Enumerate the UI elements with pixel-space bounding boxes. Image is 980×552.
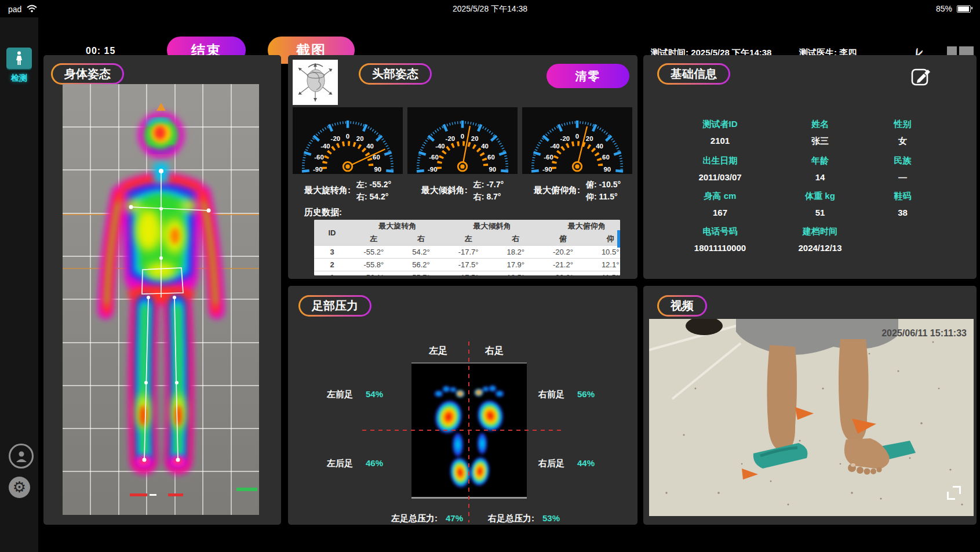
- body-posture-title-badge: 身体姿态: [51, 63, 124, 85]
- battery-icon: [957, 5, 971, 13]
- basic-info-panel: 基础信息 测试者ID 姓名 性别 2101 张三 女 出生日期 年龄 民族 20…: [643, 55, 977, 279]
- history-table-wrap: ID 最大旋转角 最大倾斜角 最大俯仰角 左 右 左 右 俯 仰 3 -55.2…: [314, 220, 620, 275]
- svg-text:0: 0: [461, 133, 464, 140]
- history-table: ID 最大旋转角 最大倾斜角 最大俯仰角 左 右 左 右 俯 仰 3 -55.2…: [314, 220, 620, 275]
- svg-text:40: 40: [366, 143, 374, 150]
- svg-text:0: 0: [575, 133, 579, 140]
- fullscreen-icon[interactable]: [947, 486, 961, 500]
- field-label: 姓名: [774, 111, 866, 130]
- right-forefoot-stat: 右前足56%: [538, 389, 595, 400]
- table-row: 2 -55.8° 56.2° -17.5° 17.9° -21.2° 12.1°: [314, 259, 620, 271]
- svg-text:-90: -90: [313, 166, 322, 173]
- table-scrollbar[interactable]: [617, 230, 620, 248]
- svg-text:40: 40: [481, 143, 489, 150]
- svg-text:-40: -40: [550, 143, 559, 150]
- right-rearfoot-stat: 右后足44%: [538, 458, 595, 469]
- svg-text:-60: -60: [429, 154, 438, 161]
- svg-text:90: 90: [374, 166, 381, 173]
- field-value: 51: [774, 202, 866, 217]
- video-title-badge: 视频: [657, 295, 707, 317]
- foot-pressure-title-badge: 足部压力: [298, 295, 371, 317]
- field-label: 年龄: [774, 147, 866, 166]
- left-rearfoot-stat: 左后足46%: [327, 458, 383, 469]
- foot-pressure-panel: 足部压力 左足 右足: [288, 286, 637, 525]
- svg-text:-60: -60: [544, 154, 553, 161]
- svg-text:20: 20: [356, 135, 364, 142]
- svg-text:20: 20: [586, 135, 593, 142]
- svg-text:-20: -20: [331, 135, 340, 142]
- rotation-gauge: -90 -60 -40 -20 0 20 40 60 90: [293, 107, 403, 174]
- left-total-pressure: 左足总压力:47%: [391, 513, 463, 524]
- field-label: 身高 cm: [666, 183, 774, 202]
- head-posture-title: 头部姿态: [360, 65, 430, 83]
- basic-info-title: 基础信息: [659, 65, 728, 83]
- body-thermal-scan: [63, 84, 259, 515]
- svg-text:-20: -20: [560, 135, 570, 142]
- right-foot-label: 右足: [485, 345, 504, 357]
- pitch-gauge: -90 -60 -40 -20 0 20 40 60 90: [522, 107, 632, 174]
- field-value: 14: [774, 167, 866, 182]
- field-value: 167: [666, 202, 774, 217]
- battery-percent: 85%: [936, 4, 952, 13]
- head-axes-diagram: [293, 60, 338, 105]
- reset-button[interactable]: 清零: [547, 64, 629, 88]
- video-title: 视频: [659, 297, 705, 315]
- field-label: 建档时间: [774, 218, 866, 237]
- gear-icon: ⚙: [13, 478, 26, 496]
- right-total-pressure: 右足总压力:53%: [488, 513, 560, 524]
- statusbar-datetime: 2025/5/28 下午14:38: [0, 4, 980, 14]
- field-label: 电话号码: [666, 218, 774, 237]
- svg-text:-90: -90: [428, 166, 437, 173]
- toolbar: 00: 15 结束 截图 测试时间: 2025/5/28 下午14:38 测试医…: [0, 17, 980, 55]
- svg-text:0: 0: [346, 133, 349, 140]
- video-timestamp: 2025/06/11 15:11:33: [881, 328, 967, 338]
- left-foot-label: 左足: [429, 345, 447, 357]
- svg-text:90: 90: [489, 166, 496, 173]
- foot-center-crosshair-v: [468, 342, 469, 522]
- svg-text:60: 60: [487, 154, 495, 161]
- field-value: 女: [866, 130, 939, 147]
- body-posture-panel: 身体姿态: [43, 55, 281, 525]
- svg-text:-60: -60: [314, 154, 323, 161]
- field-value: —: [866, 167, 939, 182]
- field-label: 测试者ID: [666, 111, 774, 130]
- foot-center-crosshair-h: [362, 430, 564, 431]
- sidebar: 检测 ⚙: [0, 17, 38, 552]
- svg-text:-40: -40: [435, 143, 445, 150]
- max-pitch-metric: 最大俯仰角: 俯: -10.5°仰: 11.5°: [520, 179, 634, 203]
- video-panel: 视频: [643, 286, 977, 525]
- head-posture-panel: 头部姿态 清零 -90 -60 -40 -20 0 20 40 60 90: [288, 55, 637, 279]
- field-value: 张三: [774, 130, 866, 147]
- sidebar-item-detect[interactable]: [6, 48, 32, 69]
- person-icon: [14, 51, 24, 66]
- field-label: 民族: [866, 147, 939, 166]
- left-forefoot-stat: 左前足54%: [327, 389, 383, 400]
- field-label: 体重 kg: [774, 183, 866, 202]
- svg-text:-90: -90: [542, 166, 552, 173]
- table-row: 3 -55.2° 54.2° -17.7° 18.2° -20.2° 10.5°: [314, 246, 620, 259]
- field-value: 2101: [666, 130, 774, 147]
- svg-text:90: 90: [603, 166, 611, 173]
- field-value: 2011/03/07: [666, 167, 774, 182]
- max-rotation-metric: 最大旋转角: 左: -55.2°右: 54.2°: [291, 179, 405, 203]
- field-label: 性别: [866, 111, 939, 130]
- max-tilt-metric: 最大倾斜角: 左: -7.7°右: 8.7°: [406, 179, 519, 203]
- edit-info-button[interactable]: [911, 67, 931, 86]
- basic-info-grid: 测试者ID 姓名 性别 2101 张三 女 出生日期 年龄 民族 2011/03…: [666, 111, 939, 253]
- video-feed: 2025/06/11 15:11:33: [649, 319, 974, 516]
- foot-pressure-title: 足部压力: [300, 297, 370, 315]
- history-data-label: 历史数据:: [304, 207, 342, 218]
- tilt-gauge: -90 -60 -40 -20 0 20 40 60 90: [407, 107, 518, 174]
- svg-text:20: 20: [471, 135, 479, 142]
- field-value: 18011110000: [666, 238, 774, 253]
- svg-text:40: 40: [596, 143, 603, 150]
- edit-pencil-icon: [911, 67, 931, 86]
- svg-text:-20: -20: [446, 135, 455, 142]
- field-label: 出生日期: [666, 147, 774, 166]
- head-posture-title-badge: 头部姿态: [359, 63, 432, 85]
- profile-button[interactable]: [9, 444, 34, 469]
- svg-text:-40: -40: [320, 143, 330, 150]
- settings-button[interactable]: ⚙: [9, 477, 30, 498]
- basic-info-title-badge: 基础信息: [657, 63, 730, 85]
- field-label: 鞋码: [866, 183, 939, 202]
